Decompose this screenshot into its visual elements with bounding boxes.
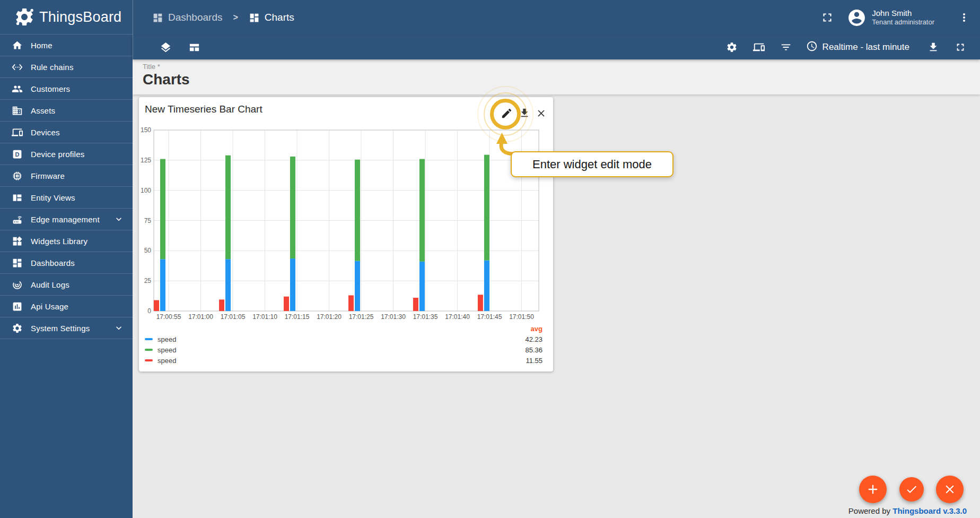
layers-icon: [160, 41, 172, 54]
sidebar-item-firmware[interactable]: Firmware: [0, 165, 133, 187]
legend-avg-value: 42.23: [525, 335, 542, 343]
layout-icon: [188, 41, 200, 54]
sidebar-item-label: Rule chains: [31, 63, 74, 72]
export-dashboard-button[interactable]: [928, 41, 939, 53]
dashboard-states-button[interactable]: [160, 41, 172, 54]
manage-layouts-button[interactable]: [188, 41, 200, 54]
legend-row: speed11.55: [145, 355, 542, 366]
entity-filters-button[interactable]: [780, 41, 792, 53]
breadcrumb-dashboards-link[interactable]: Dashboards: [168, 12, 222, 23]
sidebar-item-label: Dashboards: [31, 258, 75, 267]
widget-edit-button[interactable]: [501, 107, 513, 119]
timeseries-bar-chart: 025507510012515017:00:5517:01:0017:01:05…: [139, 118, 553, 320]
user-menu[interactable]: John Smith Tenant administrator: [872, 8, 934, 27]
thingsboard-logo-icon: [14, 6, 35, 28]
legend-series-label: speed: [158, 357, 176, 365]
sidebar-item-label: Entity Views: [31, 193, 75, 202]
api-usage-icon: [12, 301, 23, 312]
sidebar-menu: HomeRule chainsCustomersAssetsDevicesDDe…: [0, 34, 133, 339]
sidebar-item-label: Api Usage: [31, 302, 68, 311]
svg-text:17:01:30: 17:01:30: [381, 313, 406, 321]
sidebar-item-label: Audit Logs: [31, 280, 69, 289]
sidebar-item-assets[interactable]: Assets: [0, 100, 133, 122]
legend-swatch: [145, 338, 153, 340]
apply-changes-fab[interactable]: [899, 477, 924, 502]
sidebar-item-customers[interactable]: Customers: [0, 78, 133, 100]
svg-text:D: D: [15, 151, 20, 157]
svg-text:17:00:55: 17:00:55: [156, 313, 181, 321]
thingsboard-version-link[interactable]: Thingsboard v.3.3.0: [892, 506, 967, 515]
dashboard-fullscreen-button[interactable]: [955, 41, 966, 53]
sidebar-item-entity-views[interactable]: Entity Views: [0, 187, 133, 209]
pencil-icon: [501, 107, 513, 119]
widget-remove-button[interactable]: [536, 108, 547, 119]
dashboards-icon: [12, 257, 23, 269]
user-role: Tenant administrator: [872, 18, 934, 27]
header-actions: John Smith Tenant administrator: [820, 8, 980, 28]
svg-text:17:01:25: 17:01:25: [349, 313, 374, 321]
svg-text:17:01:35: 17:01:35: [413, 313, 438, 321]
more-options-button[interactable]: [958, 11, 970, 24]
chevron-down-icon: [113, 323, 124, 333]
breadcrumb-current-page: Charts: [265, 12, 294, 23]
svg-text:0: 0: [147, 307, 151, 315]
entity-views-icon: [12, 192, 23, 203]
sidebar-item-edge-management[interactable]: Edge management: [0, 209, 133, 230]
plus-icon: [865, 482, 880, 497]
powered-by-footer: Powered by Thingsboard v.3.3.0: [848, 506, 967, 515]
dashboard-title-field[interactable]: Charts: [143, 71, 980, 88]
sidebar-item-home[interactable]: Home: [0, 34, 133, 56]
sidebar-item-dashboards[interactable]: Dashboards: [0, 252, 133, 274]
sidebar-item-rule-chains[interactable]: Rule chains: [0, 56, 133, 78]
add-widget-fab[interactable]: [859, 476, 887, 503]
sidebar-item-widgets-library[interactable]: Widgets Library: [0, 230, 133, 252]
breadcrumb-separator: >: [233, 13, 238, 22]
customers-icon: [12, 83, 23, 94]
svg-text:17:01:15: 17:01:15: [285, 313, 310, 321]
filter-icon: [780, 41, 792, 53]
fullscreen-button[interactable]: [820, 11, 834, 24]
legend-series-label: speed: [158, 335, 176, 343]
svg-text:17:01:00: 17:01:00: [188, 313, 213, 321]
svg-text:17:01:05: 17:01:05: [221, 313, 246, 321]
dashboards-breadcrumb-icon: [152, 12, 163, 23]
legend-row: speed42.23: [145, 334, 542, 344]
svg-text:25: 25: [144, 277, 152, 284]
firmware-icon: [12, 170, 23, 182]
thingsboard-logo[interactable]: ThingsBoard: [0, 0, 133, 34]
dashboard-settings-button[interactable]: [726, 41, 738, 53]
sidebar-item-label: Device profiles: [31, 150, 84, 159]
svg-text:100: 100: [141, 187, 151, 194]
clock-icon: [806, 40, 818, 54]
sidebar-item-label: Devices: [31, 128, 60, 137]
widget-title: New Timeseries Bar Chart: [145, 103, 262, 115]
entity-aliases-button[interactable]: [753, 41, 765, 53]
chevron-down-icon: [113, 214, 124, 225]
legend-avg-value: 11.55: [526, 357, 542, 365]
devices-icon: [12, 127, 23, 138]
sidebar-item-devices[interactable]: Devices: [0, 122, 133, 143]
system-settings-icon: [12, 323, 23, 334]
sidebar-item-label: System Settings: [31, 324, 90, 333]
cancel-changes-fab[interactable]: [936, 476, 964, 503]
fullscreen-icon: [955, 41, 966, 53]
timeseries-widget-card: New Timeseries Bar Chart 025507510012515…: [139, 97, 553, 372]
legend-avg-value: 85.36: [525, 346, 542, 354]
dashboard-title-band: Title * Charts: [133, 59, 980, 94]
sidebar-item-label: Widgets Library: [31, 237, 88, 246]
user-name: John Smith: [872, 8, 934, 19]
sidebar-item-audit-logs[interactable]: Audit Logs: [0, 274, 133, 296]
edge-management-icon: [12, 214, 23, 225]
timewindow-label: Realtime - last minute: [822, 42, 909, 53]
chart-legend: avgspeed42.23speed85.36speed11.55: [145, 324, 542, 366]
sidebar-item-api-usage[interactable]: Api Usage: [0, 296, 133, 317]
timewindow-button[interactable]: Realtime - last minute: [806, 40, 909, 54]
widget-export-button[interactable]: [519, 107, 530, 119]
sidebar-item-label: Assets: [31, 106, 55, 115]
user-avatar-icon[interactable]: [847, 8, 867, 28]
sidebar-item-device-profiles[interactable]: DDevice profiles: [0, 143, 133, 165]
audit-logs-icon: [12, 279, 23, 290]
legend-row: speed85.36: [145, 344, 542, 355]
sidebar-item-system-settings[interactable]: System Settings: [0, 317, 133, 339]
device-profiles-icon: D: [12, 149, 23, 160]
